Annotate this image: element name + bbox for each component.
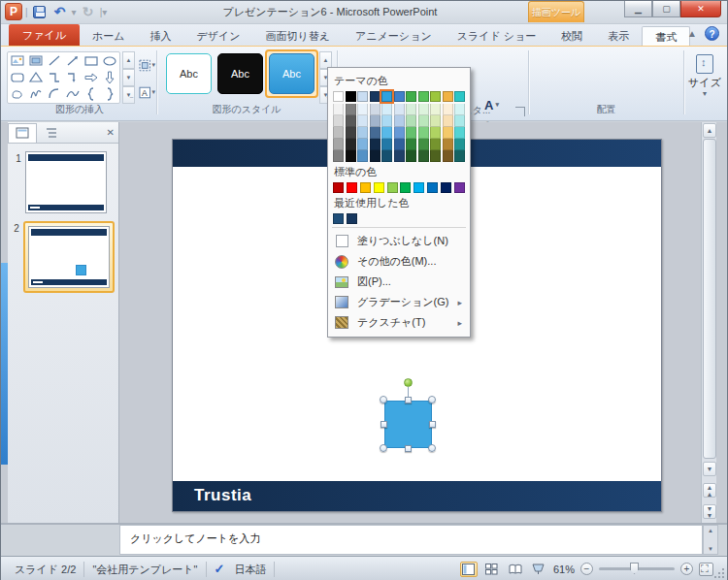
theme-variant-3-2[interactable] [357, 139, 368, 150]
elbow-arrow-connector-shape-button[interactable] [64, 70, 83, 86]
resize-grip[interactable] [713, 567, 725, 579]
normal-view-button[interactable] [460, 562, 478, 577]
save-button[interactable] [31, 3, 49, 20]
theme-variant-4-1[interactable] [346, 150, 356, 162]
slideshow-view-button[interactable] [530, 562, 547, 577]
redo-button[interactable]: ↻ [80, 3, 97, 20]
theme-variant-0-7[interactable] [418, 104, 429, 115]
qat-customize-button[interactable]: |▾ [100, 7, 108, 17]
tab-format[interactable]: 書式 [642, 26, 690, 46]
right-arrow-shape-button[interactable] [82, 70, 100, 86]
tab-1[interactable]: 挿入 [138, 26, 184, 46]
slide-thumbnail-1[interactable]: 1 [12, 151, 107, 213]
theme-variant-1-2[interactable] [357, 115, 368, 127]
tab-4[interactable]: アニメーション [343, 26, 445, 46]
standard-color-9[interactable] [454, 182, 465, 193]
zoom-in-button[interactable]: + [680, 563, 693, 575]
scrollbar-thumb[interactable] [703, 139, 716, 459]
zoom-slider-thumb[interactable] [630, 563, 639, 574]
theme-variant-2-0[interactable] [333, 127, 344, 139]
outline-tab[interactable] [37, 123, 66, 143]
theme-color-4[interactable] [381, 91, 392, 102]
notes-input[interactable]: クリックしてノートを入力 [119, 525, 703, 555]
previous-slide-button[interactable]: ▲▲ [703, 483, 716, 498]
theme-variant-1-9[interactable] [443, 115, 453, 127]
rectangle-shape-button[interactable] [82, 53, 100, 70]
theme-variant-4-4[interactable] [381, 150, 392, 162]
resize-handle-n[interactable] [405, 397, 412, 403]
theme-variant-3-0[interactable] [333, 139, 344, 150]
notes-scrollbar[interactable]: ▲▼ [703, 525, 718, 555]
theme-variant-1-3[interactable] [370, 115, 381, 127]
help-button[interactable]: ? [705, 26, 719, 41]
theme-variant-0-5[interactable] [394, 104, 405, 115]
theme-variant-0-4[interactable] [381, 104, 392, 115]
down-arrow-shape-button[interactable] [100, 70, 118, 86]
arrow-shape-button[interactable] [64, 53, 83, 70]
theme-variant-0-3[interactable] [370, 104, 381, 115]
theme-variant-3-3[interactable] [370, 139, 381, 150]
theme-variant-1-5[interactable] [394, 115, 405, 127]
no-fill-item[interactable]: 塗りつぶしなし(N) [332, 231, 466, 251]
theme-variant-2-2[interactable] [357, 127, 368, 139]
theme-color-1[interactable] [346, 91, 356, 102]
resize-handle-ne[interactable] [428, 396, 436, 403]
editor-scrollbar[interactable]: ▲ ▼ ▲▲ ▼▼ [701, 122, 716, 523]
triangle-shape-button[interactable] [27, 70, 46, 86]
resize-handle-s[interactable] [405, 445, 412, 452]
picture-frame-shape-button[interactable] [9, 53, 27, 70]
undo-button[interactable]: ↶ [51, 3, 69, 20]
theme-variant-2-4[interactable] [381, 127, 392, 139]
recent-color-0[interactable] [333, 213, 344, 224]
scroll-up-button[interactable]: ▲ [703, 123, 716, 138]
theme-color-10[interactable] [454, 91, 465, 102]
theme-color-6[interactable] [406, 91, 416, 102]
theme-variant-4-6[interactable] [406, 150, 416, 162]
theme-color-8[interactable] [430, 91, 441, 102]
tab-3[interactable]: 画面切り替え [253, 26, 344, 46]
slides-tab[interactable] [8, 123, 37, 143]
theme-variant-0-0[interactable] [333, 104, 344, 115]
theme-variant-0-8[interactable] [430, 104, 441, 115]
theme-color-0[interactable] [333, 91, 344, 102]
gallery-more-button[interactable]: ▼̲ [122, 86, 135, 104]
zoom-out-button[interactable]: − [580, 563, 593, 575]
theme-color-2[interactable] [357, 91, 368, 102]
right-brace-shape-button[interactable] [100, 85, 118, 102]
oval-shape-button[interactable] [100, 53, 118, 70]
tab-7[interactable]: 表示 [595, 26, 642, 46]
shape-style-3-selected[interactable]: Abc [269, 53, 314, 94]
freeform-shape-button[interactable] [9, 85, 27, 102]
theme-variant-3-7[interactable] [418, 139, 429, 150]
standard-color-3[interactable] [374, 182, 384, 193]
close-button[interactable]: ✕ [680, 1, 721, 17]
dialog-launcher-icon[interactable] [515, 107, 525, 116]
standard-color-6[interactable] [414, 182, 424, 193]
theme-variant-2-7[interactable] [418, 127, 429, 139]
theme-variant-3-9[interactable] [443, 139, 453, 150]
left-brace-shape-button[interactable] [82, 85, 100, 102]
curve-shape-button[interactable] [64, 85, 83, 102]
texture-item[interactable]: テクスチャ(T) ▸ [332, 312, 466, 333]
standard-color-5[interactable] [400, 182, 411, 193]
fit-to-window-button[interactable] [699, 563, 713, 576]
theme-variant-2-5[interactable] [394, 127, 405, 139]
slide-sorter-button[interactable] [483, 562, 501, 577]
theme-variant-4-8[interactable] [430, 150, 441, 162]
theme-variant-3-4[interactable] [381, 139, 392, 150]
picture-frame-alt-shape-button[interactable] [27, 53, 46, 70]
standard-color-8[interactable] [441, 182, 451, 193]
elbow-connector-shape-button[interactable] [46, 70, 64, 86]
theme-variant-1-10[interactable] [454, 115, 465, 127]
gallery-scroll-up[interactable]: ▲ [122, 51, 135, 69]
theme-variant-2-6[interactable] [406, 127, 416, 139]
theme-variant-1-8[interactable] [430, 115, 441, 127]
gallery-scroll-down[interactable]: ▼ [122, 69, 135, 86]
theme-variant-1-1[interactable] [346, 115, 356, 127]
theme-variant-0-2[interactable] [357, 104, 368, 115]
more-colors-item[interactable]: その他の色(M)... [332, 251, 466, 272]
theme-variant-4-9[interactable] [443, 150, 453, 162]
theme-variant-2-10[interactable] [454, 127, 465, 139]
theme-color-9[interactable] [443, 91, 453, 102]
slide-thumbnail-2[interactable]: 2 [10, 221, 115, 293]
